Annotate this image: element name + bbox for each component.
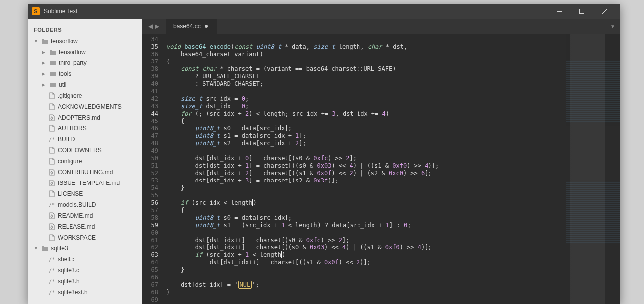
code-line[interactable]: uint8_t s0 = data[src_idx]; [166, 125, 566, 132]
file-item[interactable]: ISSUE_TEMPLATE.md [28, 178, 142, 188]
chevron-icon[interactable] [42, 50, 48, 55]
file-item[interactable]: ACKNOWLEDGMENTS [28, 101, 142, 112]
line-number[interactable]: 43 [142, 103, 158, 110]
line-number[interactable]: 35 [142, 43, 158, 51]
folder-item[interactable]: sqlite3 [28, 243, 142, 254]
file-item[interactable]: /*sqlite3.c [28, 265, 142, 276]
line-number[interactable]: 64 [142, 259, 158, 266]
file-item[interactable]: /*sqlite3.h [28, 276, 142, 287]
chevron-icon[interactable] [34, 39, 40, 44]
code-line[interactable]: ? URL_SAFE_CHARSET [166, 73, 566, 80]
line-number[interactable]: 40 [142, 80, 158, 88]
file-item[interactable]: LICENSE [28, 188, 142, 199]
code-line[interactable]: { [166, 207, 566, 214]
file-item[interactable]: ADOPTERS.md [28, 112, 142, 123]
code-line[interactable]: { [166, 118, 566, 125]
folder-item[interactable]: tools [28, 68, 142, 79]
maximize-button[interactable] [571, 4, 593, 19]
file-item[interactable]: .gitignore [28, 90, 142, 101]
file-item[interactable]: RELEASE.md [28, 221, 142, 232]
code-line[interactable]: dst[dst_idx++] = charset[((s1 & 0x0f) <<… [166, 259, 566, 266]
file-item[interactable]: AUTHORS [28, 123, 142, 134]
file-item[interactable]: README.md [28, 210, 142, 221]
tab-nav[interactable]: ◀ ▶ [142, 19, 166, 34]
line-number[interactable]: 38 [142, 65, 158, 73]
line-number[interactable]: 53 [142, 177, 158, 184]
chevron-icon[interactable] [42, 61, 48, 65]
code-line[interactable]: } [166, 184, 566, 192]
code-line[interactable]: size_t src_idx = 0; [166, 95, 566, 103]
code-line[interactable]: dst[dst_idx] = 'NUL'; [166, 281, 566, 289]
code-line[interactable] [166, 296, 566, 304]
code-line[interactable]: : STANDARD_CHARSET; [166, 80, 566, 88]
code-line[interactable]: uint8_t s0 = data[src_idx]; [166, 214, 566, 222]
file-item[interactable]: configure [28, 156, 142, 167]
line-number[interactable]: 60 [142, 229, 158, 237]
line-number[interactable]: 39 [142, 73, 158, 80]
line-number[interactable]: 44 [142, 110, 158, 118]
code-line[interactable]: if (src_idx + 1 < length) [166, 251, 566, 259]
file-item[interactable]: CONTRIBUTING.md [28, 167, 142, 178]
code-line[interactable]: { [166, 58, 566, 65]
line-number[interactable]: 42 [142, 95, 158, 103]
code-editor[interactable]: void base64_encode(const uint8_t * data,… [163, 34, 566, 304]
line-number[interactable]: 54 [142, 184, 158, 192]
line-number[interactable]: 41 [142, 88, 158, 95]
line-number[interactable]: 48 [142, 140, 158, 147]
line-number[interactable]: 34 [142, 36, 158, 43]
line-number[interactable]: 63 [142, 251, 158, 259]
code-line[interactable]: dst[dst_idx + 0] = charset[(s0 & 0xfc) >… [166, 155, 566, 162]
minimap[interactable] [566, 34, 620, 304]
line-number[interactable]: 67 [142, 281, 158, 289]
code-line[interactable] [166, 36, 566, 43]
tab-dropdown-icon[interactable]: ▼ [610, 24, 615, 29]
line-number[interactable]: 36 [142, 51, 158, 58]
tab-active[interactable]: base64.cc [166, 19, 217, 34]
code-line[interactable]: dst[dst_idx + 2] = charset[((s1 & 0x0f) … [166, 170, 566, 177]
code-line[interactable]: dst[dst_idx++] = charset[(s0 & 0xfc) >> … [166, 237, 566, 244]
code-line[interactable] [166, 192, 566, 199]
line-number[interactable]: 46 [142, 125, 158, 132]
line-number[interactable]: 62 [142, 244, 158, 251]
code-line[interactable]: for (; (src_idx + 2) < length; src_idx +… [166, 110, 566, 118]
line-number[interactable]: 68 [142, 289, 158, 296]
line-number[interactable]: 61 [142, 237, 158, 244]
line-number[interactable]: 37 [142, 58, 158, 65]
close-button[interactable] [593, 4, 616, 19]
line-number[interactable]: 69 [142, 296, 158, 304]
code-line[interactable]: dst[dst_idx++] = charset[((s0 & 0x03) <<… [166, 244, 566, 251]
file-item[interactable]: /*sqlite3ext.h [28, 287, 142, 298]
code-line[interactable]: void base64_encode(const uint8_t * data,… [166, 43, 566, 51]
sidebar[interactable]: FOLDERS tensorflowtensorflowthird_partyt… [28, 19, 142, 304]
file-item[interactable]: CODEOWNERS [28, 145, 142, 156]
code-line[interactable] [166, 274, 566, 281]
tab-prev-icon[interactable]: ◀ [148, 23, 153, 30]
code-line[interactable]: uint8_t s2 = data[src_idx + 2]; [166, 140, 566, 147]
chevron-icon[interactable] [42, 82, 48, 87]
line-number[interactable]: 51 [142, 162, 158, 170]
line-number[interactable]: 52 [142, 170, 158, 177]
line-number[interactable]: 58 [142, 214, 158, 222]
gutter[interactable]: 3435363738394041424344454647484950515253… [142, 34, 163, 304]
code-line[interactable]: const char * charset = (variant == base6… [166, 65, 566, 73]
line-number[interactable]: 50 [142, 155, 158, 162]
line-number[interactable]: 49 [142, 147, 158, 155]
code-line[interactable]: dst[dst_idx + 1] = charset[((s0 & 0x03) … [166, 162, 566, 170]
tab-next-icon[interactable]: ▶ [155, 23, 159, 30]
code-line[interactable]: uint8_t s1 = (src_idx + 1 < length) ? da… [166, 222, 566, 229]
line-number[interactable]: 56 [142, 199, 158, 207]
code-line[interactable]: dst[dst_idx + 3] = charset[(s2 & 0x3f)]; [166, 177, 566, 184]
code-line[interactable]: uint8_t s1 = data[src_idx + 1]; [166, 132, 566, 140]
code-line[interactable]: } [166, 266, 566, 274]
titlebar[interactable]: S Sublime Text [28, 4, 620, 19]
code-line[interactable]: if (src_idx < length) [166, 199, 566, 207]
file-item[interactable]: WORKSPACE [28, 232, 142, 243]
file-item[interactable]: /*BUILD [28, 134, 142, 145]
chevron-icon[interactable] [34, 246, 40, 251]
folder-item[interactable]: third_party [28, 58, 142, 68]
line-number[interactable]: 47 [142, 132, 158, 140]
code-line[interactable] [166, 229, 566, 237]
line-number[interactable]: 59 [142, 222, 158, 229]
code-line[interactable] [166, 147, 566, 155]
code-line[interactable] [166, 88, 566, 95]
